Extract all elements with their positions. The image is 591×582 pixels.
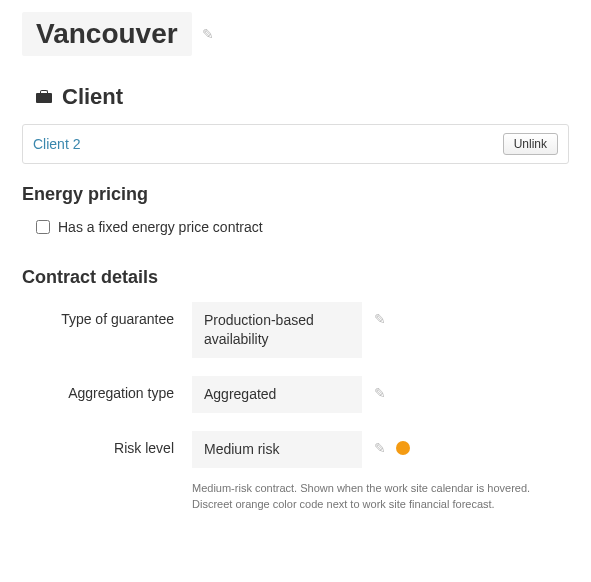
edit-aggregation-icon[interactable]: ✎: [374, 385, 386, 401]
risk-value: Medium risk: [192, 431, 362, 468]
risk-label: Risk level: [22, 431, 192, 456]
aggregation-label: Aggregation type: [22, 376, 192, 401]
edit-guarantee-icon[interactable]: ✎: [374, 311, 386, 327]
client-heading: Client: [62, 84, 123, 110]
aggregation-actions: ✎: [362, 376, 386, 401]
client-box: Client 2 Unlink: [22, 124, 569, 164]
page-title-chip: Vancouver: [22, 12, 192, 56]
risk-help-text: Medium-risk contract. Shown when the wor…: [192, 480, 562, 513]
risk-color-dot: [396, 441, 410, 455]
aggregation-value: Aggregated: [192, 376, 362, 413]
risk-row: Risk level Medium risk ✎: [22, 431, 569, 468]
fixed-price-row: Has a fixed energy price contract: [22, 219, 569, 235]
edit-risk-icon[interactable]: ✎: [374, 440, 386, 456]
energy-pricing-heading: Energy pricing: [22, 184, 569, 205]
aggregation-row: Aggregation type Aggregated ✎: [22, 376, 569, 413]
edit-title-icon[interactable]: ✎: [202, 26, 214, 42]
page-title: Vancouver: [36, 18, 178, 49]
guarantee-value: Production-based availability: [192, 302, 362, 358]
guarantee-actions: ✎: [362, 302, 386, 327]
guarantee-label: Type of guarantee: [22, 302, 192, 327]
briefcase-icon: [36, 90, 52, 104]
guarantee-row: Type of guarantee Production-based avail…: [22, 302, 569, 358]
title-row: Vancouver ✎: [22, 12, 569, 56]
unlink-button[interactable]: Unlink: [503, 133, 558, 155]
risk-actions: ✎: [362, 431, 410, 456]
fixed-price-checkbox[interactable]: [36, 220, 50, 234]
fixed-price-label[interactable]: Has a fixed energy price contract: [58, 219, 263, 235]
contract-details-heading: Contract details: [22, 267, 569, 288]
client-link[interactable]: Client 2: [33, 136, 80, 152]
client-section-header: Client: [22, 84, 569, 110]
